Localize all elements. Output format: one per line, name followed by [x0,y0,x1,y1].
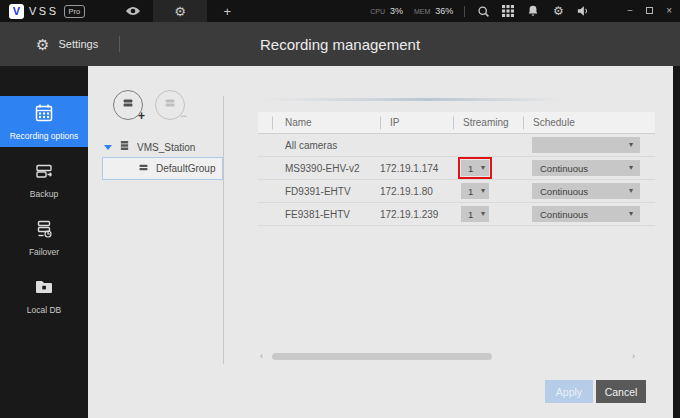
streaming-dropdown[interactable]: 1 ▾ [461,206,489,222]
table-row-fd9391[interactable]: FD9391-EHTV 172.19.1.80 1 ▾ Continuous ▾ [258,180,655,203]
cpu-value: 3% [390,6,403,16]
add-group-button[interactable]: + [113,90,143,120]
group-name: DefaultGroup [156,163,215,174]
bell-icon[interactable] [526,5,540,17]
camera-name: MS9390-EHV-v2 [272,163,380,174]
camera-ip: 172.19.1.174 [380,163,453,174]
minus-icon: − [180,110,187,122]
backup-icon [34,161,54,185]
scrollbar-thumb[interactable] [272,353,492,360]
vss-logo-icon: V [9,4,24,19]
chevron-down-icon: ▾ [629,210,633,218]
page-header: ⚙ Settings Recording management [0,22,680,66]
sidebar-item-local-db[interactable]: Local DB [0,270,88,321]
grid-icon[interactable] [501,5,515,17]
camera-name: FE9381-EHTV [272,209,380,220]
search-icon[interactable] [476,5,490,18]
sidebar: Recording options Backup Failover Local … [0,66,88,418]
schedule-value: Continuous [540,186,588,197]
chevron-down-icon: ▾ [481,187,485,195]
cameras-table: Name IP Streaming Schedule All cameras ▾… [258,112,655,226]
sidebar-item-recording-options[interactable]: Recording options [0,96,88,147]
close-button[interactable]: × [666,6,672,16]
group-stack-icon [121,96,135,114]
settings-label: Settings [58,38,98,50]
maximize-button[interactable] [646,6,653,16]
annotation-highlight-box: 1 ▾ [458,157,492,179]
column-name: Name [272,117,380,128]
group-stack-icon [137,160,150,178]
settings-back-icon: ⚙ [36,37,49,52]
table-row-fe9381[interactable]: FE9381-EHTV 172.19.1.239 1 ▾ Continuous … [258,203,655,226]
mem-value: 36% [435,6,453,16]
server-icon [118,138,131,156]
schedule-value: Continuous [540,209,588,220]
plus-icon: + [138,110,145,122]
schedule-dropdown[interactable]: ▾ [532,137,640,153]
app-logo: V VSS Pro [0,4,85,19]
cancel-button[interactable]: Cancel [596,380,646,403]
camera-ip: 172.19.1.80 [380,186,453,197]
chevron-down-icon: ▾ [629,187,633,195]
streaming-value: 1 [468,186,473,197]
window-right-edge [673,66,680,418]
scroll-right-arrow[interactable]: › [632,351,635,361]
table-header: Name IP Streaming Schedule [258,112,655,134]
chevron-down-icon: ▾ [629,164,633,172]
schedule-dropdown[interactable]: Continuous ▾ [532,160,640,176]
gear-icon: ⚙ [174,4,186,19]
sidebar-item-label: Local DB [27,305,62,315]
camera-tree-panel: + − VMS_Station DefaultGroup [88,66,223,418]
camera-name: FD9391-EHTV [272,186,380,197]
header-divider [119,36,120,52]
table-row-ms9390[interactable]: MS9390-EHV-v2 172.19.1.174 1 ▾ Continuou… [258,157,655,180]
settings-breadcrumb[interactable]: ⚙ Settings [36,22,120,66]
group-actions: + − [113,90,185,120]
tree-item-default-group[interactable]: DefaultGroup [102,157,223,180]
schedule-dropdown[interactable]: Continuous ▾ [532,183,640,199]
speaker-icon[interactable] [576,5,590,17]
group-stack-icon [163,96,177,114]
mem-label: MEM [414,8,430,15]
apply-button[interactable]: Apply [545,380,593,403]
recording-table-area: Name IP Streaming Schedule All cameras ▾… [255,66,673,418]
chevron-down-icon[interactable] [104,145,112,150]
camera-name: All cameras [272,140,380,151]
sidebar-item-label: Recording options [10,131,79,141]
tab-bar: ⚙ + [113,0,247,22]
footer-buttons: Apply Cancel [255,380,646,403]
page-title: Recording management [260,36,420,53]
chevron-down-icon: ▾ [481,210,485,218]
gear-icon[interactable]: ⚙ [551,5,565,17]
sidebar-item-backup[interactable]: Backup [0,154,88,205]
app-name: VSS [29,5,59,17]
camera-ip: 172.19.1.239 [380,209,453,220]
tree-item-station[interactable]: VMS_Station [104,138,195,156]
horizontal-scrollbar[interactable]: ‹ › [260,353,635,361]
streaming-dropdown[interactable]: 1 ▾ [461,183,489,199]
pro-badge: Pro [64,5,86,18]
table-row-all-cameras[interactable]: All cameras ▾ [258,134,655,157]
plus-icon: + [223,4,231,19]
column-ip: IP [380,117,453,128]
failover-icon [34,219,54,243]
sidebar-item-failover[interactable]: Failover [0,212,88,263]
header-pad-cell [258,112,272,133]
column-streaming: Streaming [453,117,523,128]
tab-liveview[interactable] [113,0,153,22]
tab-settings[interactable]: ⚙ [153,0,207,22]
titlebar-right: CPU 3% MEM 36% ⚙ − × [370,0,672,22]
sidebar-item-label: Failover [29,247,59,257]
schedule-dropdown[interactable]: Continuous ▾ [532,206,640,222]
remove-group-button[interactable]: − [155,90,185,120]
streaming-value: 1 [468,163,473,174]
titlebar-separator [464,6,465,17]
scroll-left-arrow[interactable]: ‹ [260,351,263,361]
calendar-icon [34,103,54,127]
folder-db-icon [34,277,54,301]
sidebar-item-label: Backup [30,189,58,199]
tab-add[interactable]: + [207,0,247,22]
top-scrollbar[interactable] [262,98,562,101]
streaming-dropdown[interactable]: 1 ▾ [461,160,489,176]
minimize-button[interactable]: − [627,6,633,16]
